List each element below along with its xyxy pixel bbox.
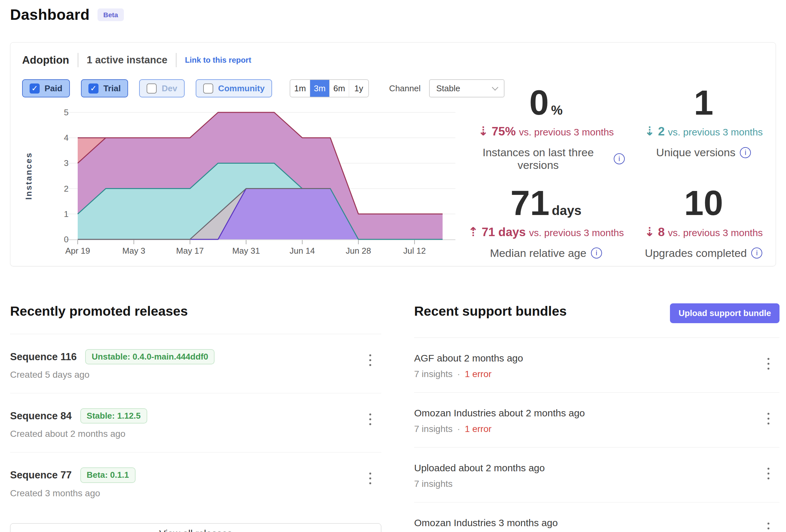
checkbox-unchecked-icon[interactable] — [203, 83, 213, 94]
filter-chip-label: Trial — [103, 83, 121, 94]
checkbox-checked-icon[interactable]: ✓ — [88, 83, 98, 94]
filter-chip-paid[interactable]: ✓Paid — [22, 79, 70, 97]
delta-down-arrow-icon: ⇣ — [644, 124, 655, 138]
x-axis-label: May 31 — [232, 246, 260, 256]
kebab-dot — [767, 523, 769, 525]
support-bundle-row: AGF about 2 months ago7 insights·1 error — [414, 337, 780, 392]
adoption-title: Adoption — [22, 54, 69, 66]
delta-value: 2 — [658, 125, 665, 138]
kebab-menu-icon[interactable] — [364, 351, 377, 369]
page-header: Dashboard Beta — [10, 6, 124, 23]
bundle-title: Omozan Industries about 2 months ago — [414, 408, 780, 419]
info-icon[interactable]: i — [591, 247, 602, 259]
release-title-row: Sequence 116Unstable: 0.4.0-main.444ddf0 — [10, 349, 381, 364]
range-button-6m[interactable]: 6m — [329, 80, 349, 97]
bundle-title: AGF about 2 months ago — [414, 353, 780, 364]
kebab-dot — [369, 418, 371, 420]
y-axis-title: Instances — [24, 152, 33, 200]
stat-number-text: 10 — [684, 185, 723, 221]
stat-caption-text: Median relative age — [490, 247, 586, 260]
stat-value: 10 — [625, 185, 782, 221]
stat-card-2: 71days⇡71 daysvs. previous 3 monthsMedia… — [467, 185, 625, 259]
kebab-menu-icon[interactable] — [762, 355, 775, 373]
y-axis-label: 2 — [64, 184, 69, 194]
upload-support-bundle-button[interactable]: Upload support bundle — [670, 304, 780, 323]
adoption-filter-row: ✓Paid✓TrialDevCommunity 1m3m6m1y Channel… — [22, 79, 505, 98]
view-all-releases-button[interactable]: View all releases — [10, 523, 381, 532]
delta-down-arrow-icon: ⇣ — [478, 124, 489, 138]
bundle-error-count: 1 error — [465, 369, 491, 379]
x-axis-label: Jun 28 — [346, 246, 371, 256]
page-title: Dashboard — [10, 6, 90, 23]
range-button-3m[interactable]: 3m — [310, 80, 329, 97]
adoption-card-header: Adoption 1 active instance Link to this … — [22, 53, 251, 67]
dot-separator: · — [457, 424, 460, 434]
stat-caption: Instances on last three versionsi — [467, 146, 625, 171]
adoption-card: Adoption 1 active instance Link to this … — [10, 42, 776, 266]
kebab-dot — [369, 478, 371, 479]
stat-unit-text: days — [552, 204, 581, 217]
kebab-dot — [767, 422, 769, 425]
release-sequence: Sequence 84 — [10, 410, 72, 422]
active-instance-count: 1 active instance — [87, 54, 167, 66]
info-icon[interactable]: i — [740, 147, 751, 158]
license-filters: ✓Paid✓TrialDevCommunity — [22, 79, 283, 97]
support-bundle-row: Omozan Industries about 2 months ago7 in… — [414, 392, 780, 447]
range-button-1y[interactable]: 1y — [349, 80, 368, 97]
info-icon[interactable]: i — [614, 153, 625, 164]
bundle-title: Uploaded about 2 months ago — [414, 462, 780, 474]
dot-separator: · — [457, 369, 460, 379]
filter-chip-dev[interactable]: Dev — [139, 79, 185, 97]
range-button-1m[interactable]: 1m — [290, 80, 310, 97]
kebab-dot — [767, 473, 769, 475]
y-axis-label: 5 — [64, 107, 69, 117]
checkbox-checked-icon[interactable]: ✓ — [29, 83, 40, 94]
release-created: Created 5 days ago — [10, 370, 381, 380]
filter-chip-label: Dev — [162, 83, 177, 94]
release-version-badge: Stable: 1.12.5 — [80, 408, 147, 424]
release-title-row: Sequence 84Stable: 1.12.5 — [10, 408, 381, 424]
y-axis-label: 3 — [64, 158, 69, 168]
kebab-menu-icon[interactable] — [762, 410, 775, 428]
support-bundles-section: Recent support bundles Upload support bu… — [414, 303, 780, 532]
stat-number-text: 1 — [694, 84, 713, 121]
delta-suffix: vs. previous 3 months — [668, 227, 763, 238]
adoption-stats: 0%⇣75%vs. previous 3 monthsInstances on … — [467, 84, 782, 260]
y-axis-label: 4 — [64, 133, 69, 143]
filter-chip-community[interactable]: Community — [196, 79, 272, 97]
delta-suffix: vs. previous 3 months — [519, 127, 614, 138]
stat-caption: Unique versionsi — [625, 146, 782, 159]
bundle-meta: 7 insights·1 error — [414, 369, 780, 379]
stat-value: 71days — [467, 185, 625, 221]
kebab-menu-icon[interactable] — [762, 519, 775, 532]
kebab-menu-icon[interactable] — [762, 464, 775, 483]
kebab-menu-icon[interactable] — [364, 410, 377, 428]
release-list: Sequence 116Unstable: 0.4.0-main.444ddf0… — [10, 334, 381, 511]
bundle-meta: 7 insights·1 error — [414, 424, 780, 434]
adoption-area-chart: Apr 19May 3May 17May 31Jun 14Jun 28Jul 1… — [20, 104, 462, 260]
info-icon[interactable]: i — [751, 247, 762, 259]
release-sequence: Sequence 77 — [10, 469, 72, 481]
kebab-dot — [369, 482, 371, 484]
channel-selected-value: Stable — [436, 83, 460, 94]
bundles-heading: Recent support bundles — [414, 303, 567, 320]
link-to-report[interactable]: Link to this report — [185, 55, 251, 65]
kebab-dot — [369, 473, 371, 475]
checkbox-unchecked-icon[interactable] — [146, 83, 157, 94]
delta-suffix: vs. previous 3 months — [668, 127, 763, 138]
stat-unit-text: % — [551, 103, 563, 117]
filter-chip-trial[interactable]: ✓Trial — [81, 79, 128, 97]
kebab-dot — [369, 354, 371, 356]
stat-caption-text: Upgrades completed — [645, 247, 747, 260]
kebab-dot — [767, 368, 769, 370]
release-row: Sequence 116Unstable: 0.4.0-main.444ddf0… — [10, 334, 381, 393]
release-row: Sequence 84Stable: 1.12.5Created about 2… — [10, 393, 381, 452]
kebab-dot — [767, 418, 769, 420]
filter-chip-label: Community — [218, 83, 264, 94]
kebab-menu-icon[interactable] — [364, 469, 377, 487]
stat-caption-text: Unique versions — [656, 146, 736, 159]
stat-card-1: 1⇣2vs. previous 3 monthsUnique versionsi — [625, 84, 782, 171]
releases-heading: Recently promoted releases — [10, 303, 188, 320]
beta-badge: Beta — [97, 8, 124, 21]
bundle-meta: 7 insights — [414, 479, 780, 489]
